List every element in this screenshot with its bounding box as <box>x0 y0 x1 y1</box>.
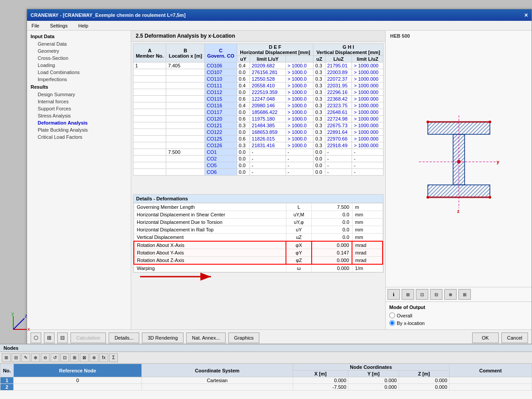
section-view-btn[interactable]: ⊟ <box>430 289 442 300</box>
close-button[interactable]: × <box>524 12 528 19</box>
cancel-button[interactable]: Cancel <box>501 332 528 343</box>
cell-member <box>133 102 166 109</box>
cell-luz: 22648.61 <box>325 109 352 116</box>
node-coord <box>142 384 293 391</box>
nat-annex-button[interactable]: Nat. Annex... <box>186 332 226 343</box>
sidebar-item-stress-analysis[interactable]: Stress Analysis <box>27 112 131 119</box>
nodes-tb-5[interactable]: ⊖ <box>41 353 50 362</box>
sidebar-item-support-forces[interactable]: Support Forces <box>27 105 131 112</box>
cell-limz: > 1000.000 <box>352 122 383 129</box>
detail-symbol: L <box>286 203 311 211</box>
cell-limy: > 1000.0 <box>286 96 313 102</box>
nodes-tb-2[interactable]: ⊟ <box>12 353 20 362</box>
sidebar-item-loading[interactable]: Loading <box>27 62 131 69</box>
toolbar-icon-2[interactable]: ⊞ <box>44 332 55 343</box>
cell-uz: 0.3 <box>313 122 325 129</box>
nodes-table-container[interactable]: No. Reference Node Coordinate System Nod… <box>0 364 532 391</box>
mode-byx-radio[interactable] <box>389 320 395 326</box>
nodes-tb-3[interactable]: ✎ <box>21 353 30 362</box>
sidebar-item-design-summary[interactable]: Design Summary <box>27 91 131 98</box>
nodes-tb-8[interactable]: ⊞ <box>70 353 79 362</box>
cell-uz: 0.0 <box>313 156 325 162</box>
mode-by-x[interactable]: By x-location <box>389 319 528 327</box>
sidebar-item-plate-buckling[interactable]: Plate Buckling Analysis <box>27 126 131 133</box>
cell-uz: 0.3 <box>313 136 325 142</box>
cell-location <box>166 122 205 129</box>
cell-uy: 0.0 <box>237 169 250 176</box>
mirror-btn[interactable]: ⊞ <box>458 289 471 300</box>
details-table: Governing Member Length L 7.500 m Horizo… <box>133 203 383 272</box>
cell-disp: 21484.385 <box>250 122 286 129</box>
sidebar-item-general-data[interactable]: General Data <box>27 40 131 47</box>
nodes-tb-10[interactable]: ⊛ <box>90 353 98 362</box>
sidebar-item-load-combinations[interactable]: Load Combinations <box>27 69 131 76</box>
cell-uy: 0.3 <box>237 122 250 129</box>
main-panel: 2.5 Deformation Analysis by x-Location A… <box>131 31 385 329</box>
details-row: Horizontal Displacement Due to Torsion u… <box>134 219 383 226</box>
toolbar-icon-3[interactable]: ⊟ <box>57 332 68 343</box>
3d-rendering-button[interactable]: 3D Rendering <box>142 332 184 343</box>
sidebar-item-imperfections[interactable]: Imperfections <box>27 76 131 83</box>
calculation-button[interactable]: Calculation <box>70 332 106 343</box>
cell-location <box>166 129 205 136</box>
sidebar-item-critical-load[interactable]: Critical Load Factors <box>27 133 131 141</box>
sidebar: Input Data General Data Geometry Cross-S… <box>27 31 131 329</box>
cell-co: CO5 <box>205 162 237 169</box>
detail-unit: mrad <box>352 257 383 265</box>
cell-location <box>166 142 205 149</box>
frame-view-btn[interactable]: ⊡ <box>416 289 428 300</box>
cell-uz: 0.3 <box>313 82 325 89</box>
cell-limz: > 1000.000 <box>352 116 383 122</box>
menu-file[interactable]: File <box>29 22 42 29</box>
cell-location <box>166 76 205 82</box>
nodes-tb-1[interactable]: ⊞ <box>2 353 11 362</box>
sidebar-item-deformation-analysis[interactable]: Deformation Analysis <box>27 119 131 126</box>
heb-canvas: y z <box>386 41 532 287</box>
menu-help[interactable]: Help <box>75 22 91 29</box>
sidebar-item-cross-section[interactable]: Cross-Section <box>27 55 131 62</box>
nodes-tb-9[interactable]: ⊠ <box>80 353 89 362</box>
menu-settings[interactable]: Settings <box>47 22 70 29</box>
cell-luz: 22970.66 <box>325 136 352 142</box>
col-comment-header: Comment <box>449 364 532 377</box>
cell-member <box>133 96 166 102</box>
mode-overall-radio[interactable] <box>389 313 395 318</box>
info-icon-btn[interactable]: ℹ <box>387 289 400 300</box>
nodes-tb-4[interactable]: ⊕ <box>31 353 40 362</box>
node-comment <box>449 384 532 391</box>
details-button[interactable]: Details... <box>109 332 139 343</box>
sidebar-item-geometry[interactable]: Geometry <box>27 47 131 55</box>
sidebar-item-internal-forces[interactable]: Internal forces <box>27 98 131 105</box>
graphics-button[interactable]: Graphics <box>228 332 259 343</box>
table-row: CO110 0.6 12550.528 > 1000.0 0.3 22072.3… <box>133 76 383 82</box>
mode-of-output-label: Mode of Output <box>389 305 528 310</box>
nodes-tb-12[interactable]: Σ <box>109 353 118 362</box>
sidebar-results-label: Results <box>27 83 131 91</box>
nodes-tb-7[interactable]: ⊡ <box>60 353 69 362</box>
cell-uz: 0.0 <box>313 149 325 156</box>
cell-disp: - <box>250 169 286 176</box>
cell-location <box>166 102 205 109</box>
cell-co: CO106 <box>205 63 237 69</box>
cell-disp: 21831.416 <box>250 142 286 149</box>
cell-member <box>133 116 166 122</box>
ok-button[interactable]: OK <box>472 332 499 343</box>
detail-unit: mrad <box>352 249 383 257</box>
cell-luz: - <box>325 149 352 156</box>
details-row: Governing Member Length L 7.500 m <box>134 203 383 211</box>
table-row: CO117 0.0 185686.422 > 1000.0 0.3 22648.… <box>133 109 383 116</box>
mode-overall[interactable]: Overall <box>389 312 528 319</box>
zoom-fit-btn[interactable]: ⊕ <box>444 289 457 300</box>
cell-co: CO125 <box>205 136 237 142</box>
table-container[interactable]: AMember No. BLocation x [m] CGovern. CO … <box>131 42 385 192</box>
nodes-tb-6[interactable]: ↺ <box>51 353 59 362</box>
node-z: 0.000 <box>399 384 449 391</box>
detail-symbol: uY,M <box>286 211 311 219</box>
cell-location <box>166 162 205 169</box>
cell-limy: > 1000.0 <box>286 142 313 149</box>
export-icon-btn[interactable]: ⊞ <box>402 289 414 300</box>
col-z-header: Z [m] <box>399 371 449 377</box>
detail-value: 0.000 <box>312 257 352 265</box>
nodes-tb-11[interactable]: fx <box>99 353 108 362</box>
content-area: Input Data General Data Geometry Cross-S… <box>27 31 532 329</box>
